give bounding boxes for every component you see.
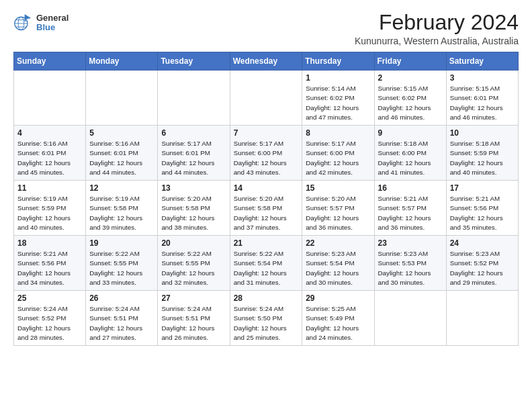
week-row-4: 18Sunrise: 5:21 AM Sunset: 5:56 PM Dayli… xyxy=(14,236,519,291)
day-number: 4 xyxy=(17,128,82,138)
day-info: Sunrise: 5:15 AM Sunset: 6:01 PM Dayligh… xyxy=(450,84,515,122)
calendar-cell: 2Sunrise: 5:15 AM Sunset: 6:02 PM Daylig… xyxy=(374,71,446,126)
day-number: 26 xyxy=(89,293,154,303)
weekday-header-wednesday: Wednesday xyxy=(230,52,302,71)
week-row-2: 4Sunrise: 5:16 AM Sunset: 6:01 PM Daylig… xyxy=(14,126,519,181)
day-number: 3 xyxy=(450,73,515,83)
calendar-cell: 10Sunrise: 5:18 AM Sunset: 5:59 PM Dayli… xyxy=(446,126,518,181)
calendar-cell: 22Sunrise: 5:23 AM Sunset: 5:54 PM Dayli… xyxy=(302,236,374,291)
calendar-cell: 19Sunrise: 5:22 AM Sunset: 5:55 PM Dayli… xyxy=(86,236,158,291)
logo: General Blue xyxy=(13,13,69,33)
day-info: Sunrise: 5:16 AM Sunset: 6:01 PM Dayligh… xyxy=(17,139,82,177)
location-subtitle: Kununurra, Western Australia, Australia xyxy=(355,36,519,46)
weekday-row: SundayMondayTuesdayWednesdayThursdayFrid… xyxy=(14,52,519,71)
calendar-cell xyxy=(230,71,302,126)
day-number: 27 xyxy=(161,293,226,303)
title-block: February 2024 Kununurra, Western Austral… xyxy=(355,11,519,46)
day-info: Sunrise: 5:19 AM Sunset: 5:58 PM Dayligh… xyxy=(89,194,154,232)
calendar-cell: 12Sunrise: 5:19 AM Sunset: 5:58 PM Dayli… xyxy=(86,181,158,236)
logo-icon xyxy=(13,13,32,32)
calendar-cell: 27Sunrise: 5:24 AM Sunset: 5:51 PM Dayli… xyxy=(158,291,230,346)
day-info: Sunrise: 5:21 AM Sunset: 5:56 PM Dayligh… xyxy=(450,194,515,232)
calendar-table: SundayMondayTuesdayWednesdayThursdayFrid… xyxy=(13,52,519,346)
day-info: Sunrise: 5:24 AM Sunset: 5:51 PM Dayligh… xyxy=(89,304,154,342)
calendar-cell xyxy=(374,291,446,346)
calendar-cell: 21Sunrise: 5:22 AM Sunset: 5:54 PM Dayli… xyxy=(230,236,302,291)
calendar-cell: 15Sunrise: 5:20 AM Sunset: 5:57 PM Dayli… xyxy=(302,181,374,236)
day-number: 22 xyxy=(306,238,370,248)
day-number: 7 xyxy=(234,128,299,138)
day-info: Sunrise: 5:17 AM Sunset: 6:01 PM Dayligh… xyxy=(161,139,226,177)
calendar-cell: 9Sunrise: 5:18 AM Sunset: 6:00 PM Daylig… xyxy=(374,126,446,181)
day-number: 25 xyxy=(17,293,82,303)
day-info: Sunrise: 5:15 AM Sunset: 6:02 PM Dayligh… xyxy=(378,84,443,122)
week-row-5: 25Sunrise: 5:24 AM Sunset: 5:52 PM Dayli… xyxy=(14,291,519,346)
day-number: 8 xyxy=(306,128,370,138)
day-info: Sunrise: 5:20 AM Sunset: 5:57 PM Dayligh… xyxy=(306,194,370,232)
calendar-cell: 17Sunrise: 5:21 AM Sunset: 5:56 PM Dayli… xyxy=(446,181,518,236)
day-info: Sunrise: 5:14 AM Sunset: 6:02 PM Dayligh… xyxy=(306,84,370,122)
day-info: Sunrise: 5:19 AM Sunset: 5:59 PM Dayligh… xyxy=(17,194,82,232)
day-info: Sunrise: 5:23 AM Sunset: 5:52 PM Dayligh… xyxy=(450,249,515,287)
day-info: Sunrise: 5:24 AM Sunset: 5:51 PM Dayligh… xyxy=(161,304,226,342)
calendar-cell xyxy=(446,291,518,346)
calendar-cell: 23Sunrise: 5:23 AM Sunset: 5:53 PM Dayli… xyxy=(374,236,446,291)
day-number: 23 xyxy=(378,238,443,248)
week-row-3: 11Sunrise: 5:19 AM Sunset: 5:59 PM Dayli… xyxy=(14,181,519,236)
day-number: 17 xyxy=(450,183,515,193)
calendar-cell: 14Sunrise: 5:20 AM Sunset: 5:58 PM Dayli… xyxy=(230,181,302,236)
calendar-cell: 29Sunrise: 5:25 AM Sunset: 5:49 PM Dayli… xyxy=(302,291,374,346)
day-info: Sunrise: 5:22 AM Sunset: 5:55 PM Dayligh… xyxy=(89,249,154,287)
day-number: 2 xyxy=(378,73,443,83)
logo-line1: General xyxy=(36,13,69,23)
weekday-header-friday: Friday xyxy=(374,52,446,71)
calendar-cell: 7Sunrise: 5:17 AM Sunset: 6:00 PM Daylig… xyxy=(230,126,302,181)
calendar-cell: 28Sunrise: 5:24 AM Sunset: 5:50 PM Dayli… xyxy=(230,291,302,346)
logo-text: General Blue xyxy=(36,13,69,33)
day-number: 9 xyxy=(378,128,443,138)
day-info: Sunrise: 5:21 AM Sunset: 5:56 PM Dayligh… xyxy=(17,249,82,287)
day-info: Sunrise: 5:18 AM Sunset: 5:59 PM Dayligh… xyxy=(450,139,515,177)
day-number: 28 xyxy=(234,293,299,303)
day-info: Sunrise: 5:18 AM Sunset: 6:00 PM Dayligh… xyxy=(378,139,443,177)
day-number: 21 xyxy=(234,238,299,248)
logo-line2: Blue xyxy=(36,23,69,32)
calendar-cell: 13Sunrise: 5:20 AM Sunset: 5:58 PM Dayli… xyxy=(158,181,230,236)
day-number: 6 xyxy=(161,128,226,138)
calendar-cell: 5Sunrise: 5:16 AM Sunset: 6:01 PM Daylig… xyxy=(86,126,158,181)
calendar-cell: 26Sunrise: 5:24 AM Sunset: 5:51 PM Dayli… xyxy=(86,291,158,346)
weekday-header-sunday: Sunday xyxy=(14,52,86,71)
calendar-cell: 25Sunrise: 5:24 AM Sunset: 5:52 PM Dayli… xyxy=(14,291,86,346)
calendar-header: SundayMondayTuesdayWednesdayThursdayFrid… xyxy=(14,52,519,71)
day-info: Sunrise: 5:25 AM Sunset: 5:49 PM Dayligh… xyxy=(306,304,370,342)
day-info: Sunrise: 5:17 AM Sunset: 6:00 PM Dayligh… xyxy=(306,139,370,177)
day-number: 16 xyxy=(378,183,443,193)
calendar-cell: 11Sunrise: 5:19 AM Sunset: 5:59 PM Dayli… xyxy=(14,181,86,236)
calendar-cell xyxy=(86,71,158,126)
day-number: 18 xyxy=(17,238,82,248)
day-info: Sunrise: 5:21 AM Sunset: 5:57 PM Dayligh… xyxy=(378,194,443,232)
day-info: Sunrise: 5:24 AM Sunset: 5:50 PM Dayligh… xyxy=(234,304,299,342)
day-number: 10 xyxy=(450,128,515,138)
day-number: 15 xyxy=(306,183,370,193)
day-number: 13 xyxy=(161,183,226,193)
calendar-cell: 20Sunrise: 5:22 AM Sunset: 5:55 PM Dayli… xyxy=(158,236,230,291)
day-number: 29 xyxy=(306,293,370,303)
calendar-cell: 1Sunrise: 5:14 AM Sunset: 6:02 PM Daylig… xyxy=(302,71,374,126)
calendar-cell: 6Sunrise: 5:17 AM Sunset: 6:01 PM Daylig… xyxy=(158,126,230,181)
week-row-1: 1Sunrise: 5:14 AM Sunset: 6:02 PM Daylig… xyxy=(14,71,519,126)
day-info: Sunrise: 5:20 AM Sunset: 5:58 PM Dayligh… xyxy=(234,194,299,232)
calendar-cell: 24Sunrise: 5:23 AM Sunset: 5:52 PM Dayli… xyxy=(446,236,518,291)
day-info: Sunrise: 5:20 AM Sunset: 5:58 PM Dayligh… xyxy=(161,194,226,232)
day-number: 14 xyxy=(234,183,299,193)
day-info: Sunrise: 5:22 AM Sunset: 5:54 PM Dayligh… xyxy=(234,249,299,287)
day-info: Sunrise: 5:17 AM Sunset: 6:00 PM Dayligh… xyxy=(234,139,299,177)
day-number: 12 xyxy=(89,183,154,193)
day-number: 11 xyxy=(17,183,82,193)
weekday-header-monday: Monday xyxy=(86,52,158,71)
weekday-header-thursday: Thursday xyxy=(302,52,374,71)
day-info: Sunrise: 5:23 AM Sunset: 5:54 PM Dayligh… xyxy=(306,249,370,287)
weekday-header-saturday: Saturday xyxy=(446,52,518,71)
day-number: 1 xyxy=(306,73,370,83)
calendar-cell: 18Sunrise: 5:21 AM Sunset: 5:56 PM Dayli… xyxy=(14,236,86,291)
